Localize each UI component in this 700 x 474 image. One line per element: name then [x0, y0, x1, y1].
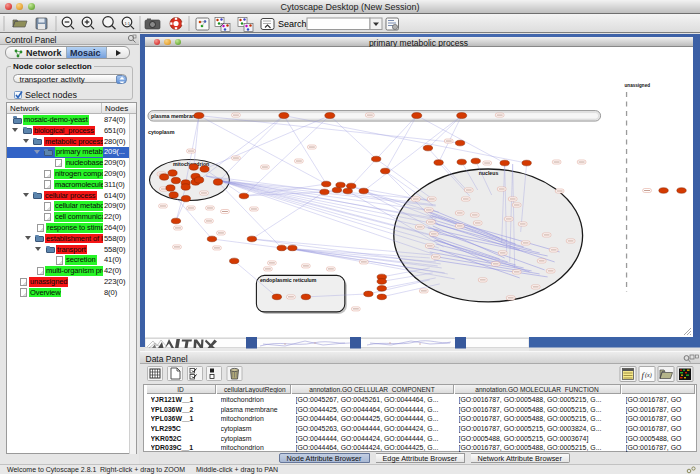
svg-text:1:1: 1:1 — [125, 21, 131, 26]
svg-text:unassigned: unassigned — [624, 83, 650, 88]
svg-text:cytoplasm: cytoplasm — [147, 129, 174, 135]
svg-text:plasma membrane: plasma membrane — [150, 113, 197, 119]
svg-text:(x): (x) — [645, 372, 652, 379]
svg-text:Search:: Search: — [278, 19, 309, 29]
svg-text:endoplasmic reticulum: endoplasmic reticulum — [259, 277, 316, 283]
